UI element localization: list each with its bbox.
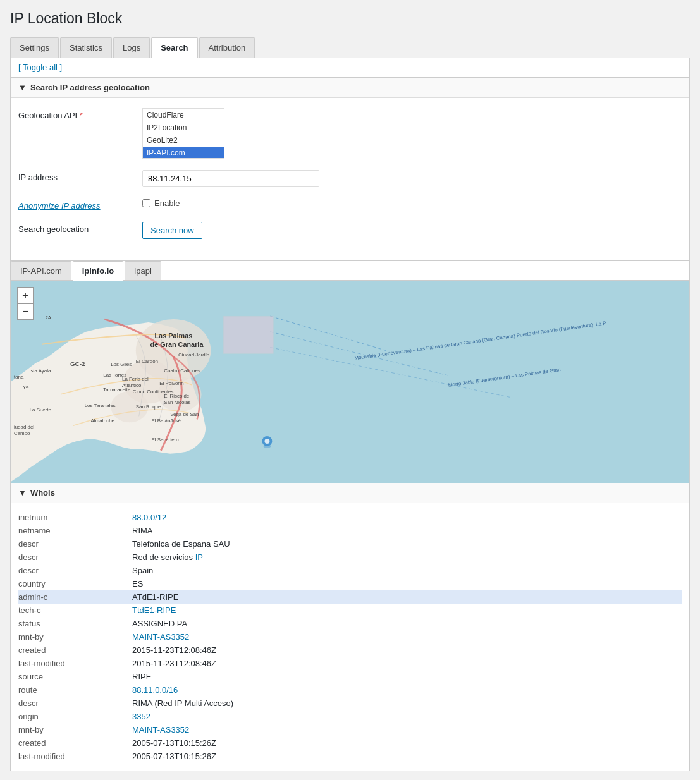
geo-api-option-ip2location[interactable]: IP2Location: [143, 121, 224, 134]
map-container[interactable]: GC-2 Las Palmas de Gran Canaria Ciudad J…: [10, 281, 690, 483]
whois-row-descr3: descr Spain: [18, 564, 682, 577]
whois-val-descr2: Red de servicios IP: [132, 551, 682, 564]
search-section-body: Geolocation API * CloudFlare IP2Location…: [11, 98, 689, 260]
anonymize-enable-label: Enable: [154, 198, 180, 208]
zoom-out-button[interactable]: −: [17, 303, 34, 320]
whois-key-last-modified1: last-modified: [18, 657, 132, 670]
whois-key-created1: created: [18, 643, 132, 657]
whois-val-source: RIPE: [132, 670, 682, 683]
whois-val-last-modified2: 2005-07-13T10:15:26Z: [132, 750, 682, 763]
whois-link-mnt-by1[interactable]: MAINT-AS3352: [132, 632, 189, 642]
ip-address-row: IP address: [18, 170, 682, 187]
whois-body: inetnum 88.0.0/12 netname RIMA descr Tel…: [11, 503, 689, 771]
page-title: IP Location Block: [10, 10, 690, 27]
anonymize-link[interactable]: Anonymize IP address: [18, 201, 101, 210]
collapse-icon: ▼: [18, 83, 27, 92]
whois-title: Whois: [30, 488, 55, 497]
svg-text:Almatriche: Almatriche: [91, 418, 115, 424]
svg-text:San Roque: San Roque: [136, 404, 161, 410]
geo-api-option-ip-api-com[interactable]: IP-API.com: [143, 147, 224, 159]
whois-link-mnt-by2[interactable]: MAINT-AS3352: [132, 725, 189, 734]
whois-row-created1: created 2015-11-23T12:08:46Z: [18, 643, 682, 657]
whois-row-descr1: descr Telefonica de Espana SAU: [18, 537, 682, 551]
whois-link-ip[interactable]: IP: [195, 552, 203, 562]
whois-key-inetnum: inetnum: [18, 511, 132, 524]
svg-text:La Suerte: La Suerte: [30, 407, 52, 413]
geo-api-control: CloudFlare IP2Location GeoLite2 IP-API.c…: [142, 108, 682, 159]
svg-text:El Cardón: El Cardón: [136, 358, 158, 364]
result-tab-ip-api-com[interactable]: IP-API.com: [11, 261, 71, 280]
map-controls: + −: [17, 287, 34, 320]
whois-link-origin[interactable]: 3352: [132, 712, 150, 721]
whois-row-inetnum: inetnum 88.0.0/12: [18, 511, 682, 524]
whois-link-route[interactable]: 88.11.0.0/16: [132, 685, 178, 695]
tab-search[interactable]: Search: [151, 37, 197, 58]
whois-key-origin: origin: [18, 710, 132, 723]
whois-key-route: route: [18, 683, 132, 697]
result-tab-ipinfo-io[interactable]: ipinfo.io: [73, 261, 124, 281]
svg-text:Las Palmas: Las Palmas: [154, 332, 192, 339]
result-tab-ipapi[interactable]: ipapi: [125, 261, 161, 280]
whois-row-admin-c: admin-c ATdE1-RIPE: [18, 590, 682, 604]
svg-text:José: José: [170, 418, 181, 424]
whois-val-descr4: RIMA (Red IP Multi Acceso): [132, 697, 682, 710]
whois-row-mnt-by2: mnt-by MAINT-AS3352: [18, 723, 682, 736]
svg-text:Tamaraceite: Tamaraceite: [103, 387, 131, 393]
whois-key-descr1: descr: [18, 537, 132, 551]
ip-address-input[interactable]: [142, 170, 319, 187]
geo-api-label: Geolocation API *: [18, 108, 132, 120]
whois-val-last-modified1: 2015-11-23T12:08:46Z: [132, 657, 682, 670]
whois-key-descr2: descr: [18, 551, 132, 564]
search-now-button[interactable]: Search now: [142, 222, 202, 239]
whois-row-status: status ASSIGNED PA: [18, 617, 682, 630]
whois-val-admin-c: ATdE1-RIPE: [132, 590, 682, 604]
svg-text:San Nicolás: San Nicolás: [164, 399, 190, 405]
svg-text:tana: tana: [14, 374, 24, 380]
whois-row-netname: netname RIMA: [18, 524, 682, 537]
svg-text:Las Torres: Las Torres: [103, 372, 126, 378]
result-tabs: IP-API.com ipinfo.io ipapi: [10, 261, 690, 281]
svg-text:Cuatro Cañones: Cuatro Cañones: [164, 368, 200, 374]
whois-link-inetnum[interactable]: 88.0.0/12: [132, 513, 166, 522]
anonymize-checkbox[interactable]: [142, 199, 150, 207]
whois-header[interactable]: ▼ Whois: [11, 483, 689, 503]
svg-text:Vega de San: Vega de San: [170, 411, 199, 417]
whois-row-last-modified2: last-modified 2005-07-13T10:15:26Z: [18, 750, 682, 763]
tab-statistics[interactable]: Statistics: [60, 37, 112, 58]
whois-key-descr3: descr: [18, 564, 132, 577]
whois-collapse-icon: ▼: [18, 488, 27, 497]
whois-key-source: source: [18, 670, 132, 683]
whois-val-descr3: Spain: [132, 564, 682, 577]
svg-text:El Batán: El Batán: [152, 418, 171, 424]
svg-point-41: [265, 439, 270, 444]
whois-link-tech-c[interactable]: TtdE1-RIPE: [132, 606, 176, 615]
svg-text:Campo: Campo: [14, 430, 30, 436]
search-geolocation-label: Search geolocation: [18, 222, 132, 234]
tab-attribution[interactable]: Attribution: [199, 37, 255, 58]
whois-val-created2: 2005-07-13T10:15:26Z: [132, 736, 682, 750]
svg-text:El Polvorín: El Polvorín: [159, 381, 183, 386]
tab-settings[interactable]: Settings: [10, 37, 59, 58]
whois-key-netname: netname: [18, 524, 132, 537]
svg-text:Los Giles: Los Giles: [111, 362, 132, 367]
svg-text:2A: 2A: [45, 315, 51, 320]
toggle-all-bar: [ Toggle all ]: [10, 58, 690, 78]
svg-text:iudad del: iudad del: [14, 424, 34, 430]
svg-text:ya: ya: [23, 384, 29, 389]
zoom-in-button[interactable]: +: [17, 287, 34, 303]
search-section-title: Search IP address geolocation: [30, 83, 150, 92]
geo-api-select[interactable]: CloudFlare IP2Location GeoLite2 IP-API.c…: [142, 108, 224, 159]
whois-row-origin: origin 3352: [18, 710, 682, 723]
search-section: ▼ Search IP address geolocation Geolocat…: [10, 78, 690, 261]
svg-text:ista Ayala: ista Ayala: [30, 368, 51, 374]
geo-api-option-cloudflare[interactable]: CloudFlare: [143, 109, 224, 121]
ip-address-label: IP address: [18, 170, 132, 182]
geo-api-option-geolite2[interactable]: GeoLite2: [143, 134, 224, 147]
whois-val-inetnum: 88.0.0/12: [132, 511, 682, 524]
whois-key-admin-c: admin-c: [18, 590, 132, 604]
tab-logs[interactable]: Logs: [113, 37, 150, 58]
search-section-header[interactable]: ▼ Search IP address geolocation: [11, 78, 689, 98]
geo-api-row: Geolocation API * CloudFlare IP2Location…: [18, 108, 682, 159]
toggle-all-link[interactable]: [ Toggle all ]: [18, 63, 62, 72]
whois-row-country: country ES: [18, 577, 682, 590]
